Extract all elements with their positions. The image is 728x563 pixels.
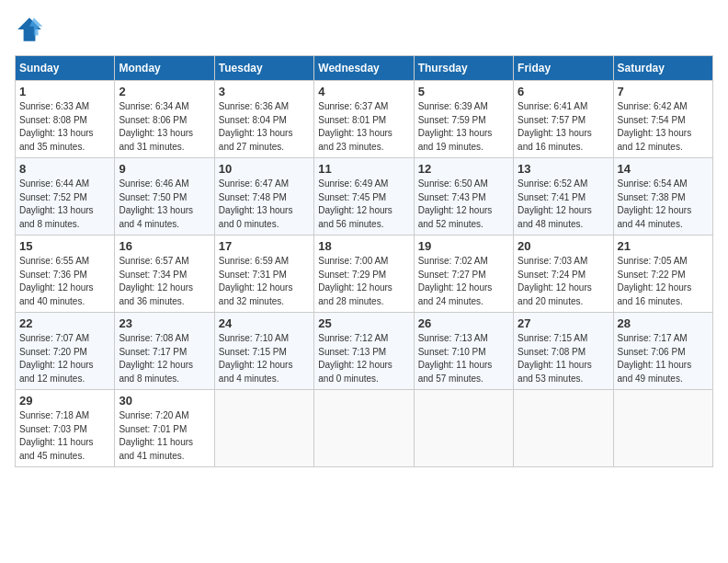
day-info: Sunrise: 7:12 AM Sunset: 7:13 PM Dayligh… xyxy=(318,332,409,385)
day-number: 8 xyxy=(19,162,110,176)
day-info: Sunrise: 6:33 AM Sunset: 8:08 PM Dayligh… xyxy=(19,100,110,154)
day-number: 5 xyxy=(418,85,509,98)
day-number: 30 xyxy=(119,394,210,408)
day-info: Sunrise: 7:10 AM Sunset: 7:15 PM Dayligh… xyxy=(219,332,310,385)
calendar-cell: 2 Sunrise: 6:34 AM Sunset: 8:06 PM Dayli… xyxy=(115,81,214,158)
calendar-cell: 11 Sunrise: 6:49 AM Sunset: 7:45 PM Dayl… xyxy=(314,158,414,236)
calendar-cell: 3 Sunrise: 6:36 AM Sunset: 8:04 PM Dayli… xyxy=(214,81,313,158)
day-info: Sunrise: 6:55 AM Sunset: 7:36 PM Dayligh… xyxy=(19,255,110,308)
calendar-cell: 8 Sunrise: 6:44 AM Sunset: 7:52 PM Dayli… xyxy=(16,158,115,236)
day-number: 23 xyxy=(119,316,210,330)
day-info: Sunrise: 7:03 AM Sunset: 7:24 PM Dayligh… xyxy=(518,255,609,308)
day-number: 4 xyxy=(318,85,409,98)
day-number: 14 xyxy=(618,162,709,176)
day-info: Sunrise: 7:20 AM Sunset: 7:01 PM Dayligh… xyxy=(119,409,210,463)
day-number: 29 xyxy=(19,394,110,408)
calendar-cell: 9 Sunrise: 6:46 AM Sunset: 7:50 PM Dayli… xyxy=(115,158,214,236)
day-info: Sunrise: 6:59 AM Sunset: 7:31 PM Dayligh… xyxy=(219,255,310,308)
calendar-header-row: SundayMondayTuesdayWednesdayThursdayFrid… xyxy=(16,56,713,81)
calendar-cell: 10 Sunrise: 6:47 AM Sunset: 7:48 PM Dayl… xyxy=(214,158,313,236)
calendar-cell: 7 Sunrise: 6:42 AM Sunset: 7:54 PM Dayli… xyxy=(613,81,712,158)
day-info: Sunrise: 7:08 AM Sunset: 7:17 PM Dayligh… xyxy=(119,332,210,385)
calendar-cell: 12 Sunrise: 6:50 AM Sunset: 7:43 PM Dayl… xyxy=(414,158,513,236)
day-info: Sunrise: 7:07 AM Sunset: 7:20 PM Dayligh… xyxy=(19,332,110,385)
day-number: 7 xyxy=(618,85,709,98)
day-number: 12 xyxy=(418,162,509,176)
day-number: 22 xyxy=(19,316,110,330)
day-number: 3 xyxy=(219,85,310,98)
day-number: 19 xyxy=(418,239,509,253)
day-header-thursday: Thursday xyxy=(414,56,513,81)
day-info: Sunrise: 7:18 AM Sunset: 7:03 PM Dayligh… xyxy=(19,409,110,463)
day-info: Sunrise: 6:36 AM Sunset: 8:04 PM Dayligh… xyxy=(219,100,310,154)
day-header-saturday: Saturday xyxy=(613,56,712,81)
calendar-cell: 28 Sunrise: 7:17 AM Sunset: 7:06 PM Dayl… xyxy=(613,313,712,390)
calendar-cell: 25 Sunrise: 7:12 AM Sunset: 7:13 PM Dayl… xyxy=(314,313,414,390)
calendar-table: SundayMondayTuesdayWednesdayThursdayFrid… xyxy=(15,55,713,467)
calendar-cell: 15 Sunrise: 6:55 AM Sunset: 7:36 PM Dayl… xyxy=(16,236,115,313)
calendar-cell: 22 Sunrise: 7:07 AM Sunset: 7:20 PM Dayl… xyxy=(16,313,115,390)
day-number: 18 xyxy=(318,239,409,253)
day-number: 17 xyxy=(219,239,310,253)
day-number: 13 xyxy=(518,162,609,176)
day-number: 11 xyxy=(318,162,409,176)
calendar-cell: 21 Sunrise: 7:05 AM Sunset: 7:22 PM Dayl… xyxy=(613,236,712,313)
calendar-cell: 13 Sunrise: 6:52 AM Sunset: 7:41 PM Dayl… xyxy=(514,158,613,236)
day-number: 16 xyxy=(119,239,210,253)
day-info: Sunrise: 6:44 AM Sunset: 7:52 PM Dayligh… xyxy=(19,178,110,231)
calendar-cell: 29 Sunrise: 7:18 AM Sunset: 7:03 PM Dayl… xyxy=(16,390,115,467)
calendar-row-0: 1 Sunrise: 6:33 AM Sunset: 8:08 PM Dayli… xyxy=(16,81,713,158)
day-number: 10 xyxy=(219,162,310,176)
calendar-cell xyxy=(314,390,414,467)
day-number: 9 xyxy=(119,162,210,176)
calendar-cell xyxy=(414,390,513,467)
day-number: 21 xyxy=(618,239,709,253)
day-info: Sunrise: 6:34 AM Sunset: 8:06 PM Dayligh… xyxy=(119,100,210,154)
day-info: Sunrise: 7:15 AM Sunset: 7:08 PM Dayligh… xyxy=(518,332,609,385)
calendar-cell: 14 Sunrise: 6:54 AM Sunset: 7:38 PM Dayl… xyxy=(613,158,712,236)
logo-icon xyxy=(15,15,44,44)
calendar-cell: 5 Sunrise: 6:39 AM Sunset: 7:59 PM Dayli… xyxy=(414,81,513,158)
day-info: Sunrise: 6:52 AM Sunset: 7:41 PM Dayligh… xyxy=(518,178,609,231)
day-number: 2 xyxy=(119,85,210,98)
calendar-cell xyxy=(214,390,313,467)
calendar-cell: 20 Sunrise: 7:03 AM Sunset: 7:24 PM Dayl… xyxy=(514,236,613,313)
day-number: 1 xyxy=(19,85,110,98)
day-info: Sunrise: 7:05 AM Sunset: 7:22 PM Dayligh… xyxy=(618,255,709,308)
day-info: Sunrise: 7:17 AM Sunset: 7:06 PM Dayligh… xyxy=(618,332,709,385)
day-number: 27 xyxy=(518,316,609,330)
calendar-row-1: 8 Sunrise: 6:44 AM Sunset: 7:52 PM Dayli… xyxy=(16,158,713,236)
calendar-cell: 30 Sunrise: 7:20 AM Sunset: 7:01 PM Dayl… xyxy=(115,390,214,467)
day-number: 25 xyxy=(318,316,409,330)
calendar-cell: 16 Sunrise: 6:57 AM Sunset: 7:34 PM Dayl… xyxy=(115,236,214,313)
calendar-cell: 19 Sunrise: 7:02 AM Sunset: 7:27 PM Dayl… xyxy=(414,236,513,313)
day-info: Sunrise: 7:00 AM Sunset: 7:29 PM Dayligh… xyxy=(318,255,409,308)
day-info: Sunrise: 7:13 AM Sunset: 7:10 PM Dayligh… xyxy=(418,332,509,385)
day-info: Sunrise: 6:47 AM Sunset: 7:48 PM Dayligh… xyxy=(219,178,310,231)
day-header-monday: Monday xyxy=(115,56,214,81)
page-header xyxy=(15,15,713,44)
calendar-cell: 4 Sunrise: 6:37 AM Sunset: 8:01 PM Dayli… xyxy=(314,81,414,158)
calendar-cell: 24 Sunrise: 7:10 AM Sunset: 7:15 PM Dayl… xyxy=(214,313,313,390)
day-number: 26 xyxy=(418,316,509,330)
day-number: 15 xyxy=(19,239,110,253)
day-number: 20 xyxy=(518,239,609,253)
calendar-cell: 23 Sunrise: 7:08 AM Sunset: 7:17 PM Dayl… xyxy=(115,313,214,390)
calendar-cell: 27 Sunrise: 7:15 AM Sunset: 7:08 PM Dayl… xyxy=(514,313,613,390)
calendar-cell xyxy=(514,390,613,467)
calendar-row-2: 15 Sunrise: 6:55 AM Sunset: 7:36 PM Dayl… xyxy=(16,236,713,313)
day-number: 28 xyxy=(618,316,709,330)
day-info: Sunrise: 6:54 AM Sunset: 7:38 PM Dayligh… xyxy=(618,178,709,231)
day-number: 24 xyxy=(219,316,310,330)
day-header-sunday: Sunday xyxy=(16,56,115,81)
calendar-row-4: 29 Sunrise: 7:18 AM Sunset: 7:03 PM Dayl… xyxy=(16,390,713,467)
day-header-wednesday: Wednesday xyxy=(314,56,414,81)
day-info: Sunrise: 6:37 AM Sunset: 8:01 PM Dayligh… xyxy=(318,100,409,154)
day-info: Sunrise: 6:41 AM Sunset: 7:57 PM Dayligh… xyxy=(518,100,609,154)
day-header-friday: Friday xyxy=(514,56,613,81)
day-number: 6 xyxy=(518,85,609,98)
calendar-cell: 6 Sunrise: 6:41 AM Sunset: 7:57 PM Dayli… xyxy=(514,81,613,158)
calendar-cell: 26 Sunrise: 7:13 AM Sunset: 7:10 PM Dayl… xyxy=(414,313,513,390)
calendar-cell: 18 Sunrise: 7:00 AM Sunset: 7:29 PM Dayl… xyxy=(314,236,414,313)
day-info: Sunrise: 6:50 AM Sunset: 7:43 PM Dayligh… xyxy=(418,178,509,231)
